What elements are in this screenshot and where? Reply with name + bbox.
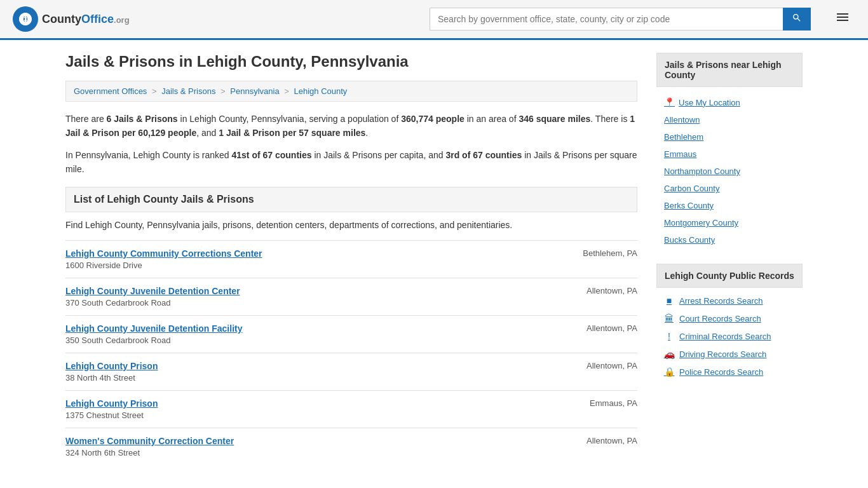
list-item: Lehigh County Prison 1375 Chestnut Stree… [65, 390, 637, 428]
page-title: Jails & Prisons in Lehigh County, Pennsy… [65, 53, 637, 71]
facility-name[interactable]: Lehigh County Prison [65, 398, 158, 409]
logo-text: CountyOffice.org [42, 13, 130, 26]
facility-info: Women's Community Correction Center 324 … [65, 436, 234, 458]
facility-address: 1375 Chestnut Street [65, 410, 158, 420]
nearby-link[interactable]: Carbon County [656, 180, 803, 197]
nearby-section-header: Jails & Prisons near Lehigh County [656, 53, 803, 87]
breadcrumb: Government Offices > Jails & Prisons > P… [65, 81, 637, 102]
record-icon: 🏛 [664, 313, 674, 323]
sidebar: Jails & Prisons near Lehigh County 📍 Use… [656, 53, 803, 465]
population: 360,774 people [401, 114, 465, 124]
facility-location: Allentown, PA [587, 286, 637, 295]
facility-name[interactable]: Women's Community Correction Center [65, 436, 234, 446]
record-label: Driving Records Search [679, 349, 766, 359]
facility-address: 324 North 6th Street [65, 448, 234, 458]
records-links: ■ Arrest Records Search 🏛 Court Records … [656, 289, 803, 383]
list-item: Lehigh County Juvenile Detention Facilit… [65, 315, 637, 353]
facility-list: Lehigh County Community Corrections Cent… [65, 240, 637, 465]
facility-location: Allentown, PA [587, 361, 637, 370]
facility-info: Lehigh County Community Corrections Cent… [65, 248, 262, 270]
description-para1: There are 6 Jails & Prisons in Lehigh Co… [65, 112, 637, 140]
facility-name[interactable]: Lehigh County Juvenile Detention Facilit… [65, 323, 242, 334]
site-header: CO CountyOffice.org [0, 0, 868, 40]
breadcrumb-jails[interactable]: Jails & Prisons [161, 86, 215, 96]
facility-address: 370 South Cedarbrook Road [65, 298, 240, 308]
record-label: Court Records Search [679, 314, 761, 323]
facility-name[interactable]: Lehigh County Prison [65, 361, 158, 371]
hamburger-icon [835, 10, 850, 25]
nearby-link[interactable]: Emmaus [656, 146, 803, 163]
facility-info: Lehigh County Prison 38 North 4th Street [65, 361, 158, 383]
nearby-link[interactable]: Bethlehem [656, 128, 803, 146]
list-section-header: List of Lehigh County Jails & Prisons [65, 187, 637, 212]
record-label: Criminal Records Search [679, 332, 771, 341]
record-link[interactable]: 🏛 Court Records Search [656, 309, 803, 327]
facility-name[interactable]: Lehigh County Juvenile Detention Center [65, 286, 240, 296]
facility-address: 350 South Cedarbrook Road [65, 336, 242, 345]
facility-info: Lehigh County Juvenile Detention Center … [65, 286, 240, 308]
facility-name[interactable]: Lehigh County Community Corrections Cent… [65, 248, 262, 259]
logo-icon: CO [13, 6, 38, 32]
rank-capita: 41st of 67 counties [232, 150, 312, 160]
list-item: Lehigh County Community Corrections Cent… [65, 240, 637, 278]
use-location-label: Use My Location [679, 98, 740, 107]
record-link[interactable]: 🚗 Driving Records Search [656, 345, 803, 363]
record-icon: ■ [664, 295, 674, 306]
record-link[interactable]: ■ Arrest Records Search [656, 292, 803, 309]
location-pin-icon: 📍 [664, 97, 675, 107]
facility-address: 38 North 4th Street [65, 373, 158, 383]
nearby-link[interactable]: Montgomery County [656, 214, 803, 231]
facility-location: Allentown, PA [587, 323, 637, 333]
nearby-link[interactable]: Bucks County [656, 231, 803, 248]
nearby-link[interactable]: Northampton County [656, 163, 803, 180]
list-section-desc: Find Lehigh County, Pennsylvania jails, … [65, 220, 637, 230]
facility-info: Lehigh County Prison 1375 Chestnut Stree… [65, 398, 158, 420]
search-input[interactable] [430, 8, 783, 30]
breadcrumb-pennsylvania[interactable]: Pennsylvania [230, 86, 279, 96]
content-area: Jails & Prisons in Lehigh County, Pennsy… [65, 53, 637, 465]
record-label: Arrest Records Search [679, 296, 763, 306]
main-container: Jails & Prisons in Lehigh County, Pennsy… [53, 40, 815, 478]
svg-text:CO: CO [21, 16, 31, 23]
nearby-links-container: AllentownBethlehemEmmausNorthampton Coun… [656, 111, 803, 248]
list-item: Lehigh County Juvenile Detention Center … [65, 278, 637, 315]
record-link[interactable]: 🔒 Police Records Search [656, 363, 803, 381]
list-item: Women's Community Correction Center 324 … [65, 428, 637, 465]
breadcrumb-lehigh[interactable]: Lehigh County [294, 86, 347, 96]
list-item: Lehigh County Prison 38 North 4th Street… [65, 353, 637, 390]
nearby-link[interactable]: Allentown [656, 111, 803, 128]
nearby-link[interactable]: Berks County [656, 197, 803, 214]
facility-location: Bethlehem, PA [583, 248, 637, 258]
facility-address: 1600 Riverside Drive [65, 261, 262, 270]
search-icon [792, 13, 802, 23]
facility-info: Lehigh County Juvenile Detention Facilit… [65, 323, 242, 345]
per-sqmile: 1 Jail & Prison per 57 square miles [219, 128, 365, 138]
site-logo[interactable]: CO CountyOffice.org [13, 6, 130, 32]
use-location-link[interactable]: 📍 Use My Location [656, 93, 803, 111]
menu-button[interactable] [830, 7, 855, 31]
record-label: Police Records Search [679, 367, 763, 377]
record-link[interactable]: ! Criminal Records Search [656, 327, 803, 345]
area: 346 square miles [519, 114, 590, 124]
rank-sqmile: 3rd of 67 counties [445, 150, 522, 160]
record-icon: ! [664, 331, 674, 341]
jails-count: 6 Jails & Prisons [107, 114, 178, 124]
record-icon: 🚗 [664, 349, 674, 359]
record-icon: 🔒 [664, 367, 674, 377]
records-section-header: Lehigh County Public Records [656, 264, 803, 288]
search-button[interactable] [783, 8, 811, 30]
description-para2: In Pennsylvania, Lehigh County is ranked… [65, 148, 637, 177]
nearby-links: 📍 Use My Location AllentownBethlehemEmma… [656, 88, 803, 254]
facility-location: Allentown, PA [587, 436, 637, 445]
search-area [430, 8, 811, 30]
breadcrumb-gov-offices[interactable]: Government Offices [74, 86, 147, 96]
facility-location: Emmaus, PA [590, 398, 637, 408]
